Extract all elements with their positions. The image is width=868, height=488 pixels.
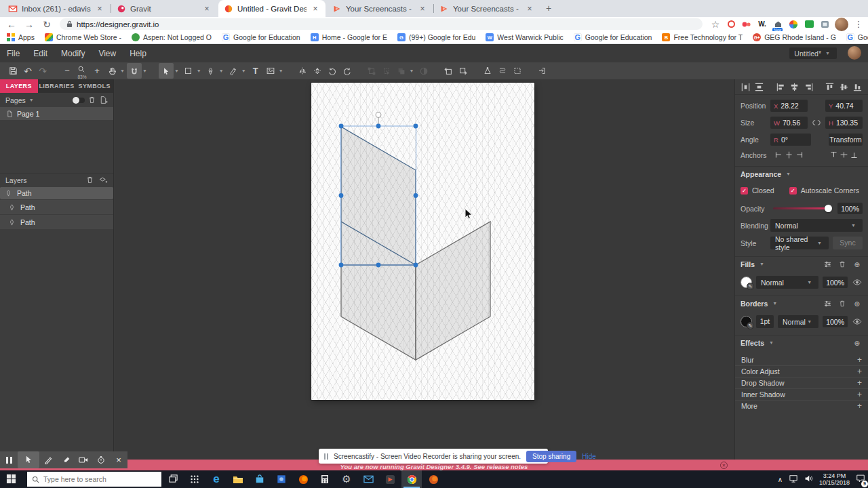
align-middle-vertical-icon[interactable] [838,82,849,92]
delete-border-icon[interactable] [837,300,848,308]
border-options-icon[interactable] [822,300,833,308]
document-page[interactable] [311,83,534,400]
bookmark-geg-rhode-island[interactable]: G+GEG Rhode Island - G [753,33,836,41]
chevron-down-icon[interactable]: ▼ [409,68,416,73]
volume-icon[interactable] [804,473,813,485]
selection-handle[interactable] [339,124,344,129]
start-button[interactable] [6,474,16,487]
zoom-out-button[interactable]: − [60,63,75,79]
bookmark-google-help[interactable]: GGoogle Help [846,33,868,41]
tab-screencastify-2[interactable]: Your Screencasts - Screencastify × [434,0,540,17]
taskbar-app-screencastify[interactable] [380,470,400,488]
anchor-top-icon[interactable] [829,150,838,159]
effect-color-adjust[interactable]: Color Adjust+ [735,365,868,377]
add-fill-icon[interactable]: ⊕ [852,260,863,268]
send-backward-button[interactable] [456,63,471,79]
anchor-bottom-icon[interactable] [850,150,859,159]
menu-modify[interactable]: Modify [61,49,85,58]
delete-page-icon[interactable] [87,96,96,104]
selection-handle[interactable] [339,193,344,198]
rotate-cw-button[interactable] [340,63,355,79]
tab-close-icon[interactable]: × [202,4,212,14]
stop-recording-icon[interactable]: × [110,451,127,468]
layer-row-path-1[interactable]: Path [0,186,113,199]
effect-blur[interactable]: Blur+ [735,354,868,365]
taskbar-app-edge[interactable]: e [206,470,226,488]
stop-sharing-button[interactable]: Stop sharing [526,451,576,462]
tab-libraries[interactable]: LIBRARIES [38,79,76,93]
rotation-handle[interactable] [376,113,381,118]
distribute-vertical-icon[interactable] [753,82,764,92]
taskbar-app-settings[interactable]: ⚙ [336,470,357,488]
chevron-down-icon[interactable]: ▼ [218,68,226,73]
chevron-down-icon[interactable]: ▼ [241,68,248,73]
chevron-down-icon[interactable]: ▼ [196,68,203,73]
extension-new-badge-icon[interactable]: New [772,19,783,30]
selection-handle[interactable] [376,263,381,268]
borders-header[interactable]: Borders ▼ ⊕ [735,296,868,310]
shape-selected-path[interactable] [341,127,416,265]
opacity-value[interactable]: 100% [837,203,863,214]
taskbar-app-chrome-active[interactable] [401,470,422,488]
bookmark-apps[interactable]: Apps [7,33,35,41]
chevron-down-icon[interactable]: ▼ [28,98,36,102]
bookmark-99-google[interactable]: G(99+) Google for Edu [397,33,475,41]
pause-recording-icon[interactable] [0,451,18,468]
position-x-field[interactable]: X28.22 [770,100,808,112]
border-opacity-value[interactable]: 100% [823,316,848,327]
flip-vertical-button[interactable] [310,63,325,79]
text-tool[interactable]: T [248,63,263,79]
tab-gravit-designer-active[interactable]: Untitled - Gravit Designer × [218,0,326,17]
profile-avatar[interactable] [835,18,848,31]
bookmark-star-icon[interactable]: ☆ [710,19,721,30]
menu-kebab-icon[interactable]: ⋮ [853,19,864,30]
tab-close-icon[interactable]: × [418,4,427,14]
fill-options-icon[interactable] [822,260,833,268]
network-icon[interactable] [789,473,798,485]
border-width-field[interactable]: 1pt [756,315,774,328]
banner-close-icon[interactable]: ✕ [720,462,728,469]
anchor-center-icon[interactable] [785,150,793,159]
tab-layers[interactable]: LAYERS [0,79,38,93]
size-width-field[interactable]: W70.56 [770,117,808,129]
extension-pinwheel-icon[interactable] [788,19,799,30]
selection-handle[interactable] [414,263,418,268]
rotate-ccw-button[interactable] [325,63,340,79]
edit-points-button[interactable] [364,63,379,79]
connect-flow-button[interactable] [495,63,510,79]
align-left-icon[interactable] [775,82,786,92]
shape-path-2[interactable] [341,265,416,360]
border-color-swatch[interactable]: ✎ [741,316,752,327]
menu-help[interactable]: Help [130,49,146,58]
border-visibility-eye-icon[interactable] [852,318,863,325]
highlighter-tool-icon[interactable] [57,451,75,468]
taskbar-app-store[interactable] [250,470,270,488]
anchor-right-icon[interactable] [795,150,804,159]
cursor-tool-icon[interactable] [18,451,39,468]
tab-close-icon[interactable]: × [311,4,320,14]
taskbar-app-firefox[interactable] [293,470,313,488]
image-tool[interactable] [263,63,278,79]
task-view-icon[interactable] [168,474,178,487]
selection-handle[interactable] [376,124,381,129]
delete-layer-icon[interactable] [85,176,94,184]
menu-file[interactable]: File [7,49,20,58]
style-select[interactable]: No shared style▼ [770,237,829,249]
rectangle-tool[interactable] [181,63,196,79]
bookmark-free-technology[interactable]: BFree Technology for T [662,33,743,41]
closed-checkbox[interactable]: ✓ [741,187,748,195]
add-icon[interactable]: + [857,367,862,376]
extension-grey-icon[interactable] [819,19,830,30]
chevron-down-icon[interactable]: ▼ [119,68,127,73]
action-center-icon[interactable]: 9 [856,473,865,485]
canvas-area[interactable] [115,79,734,470]
redo-button[interactable]: ↷ [35,63,50,79]
align-center-horizontal-icon[interactable] [789,82,800,92]
layer-row-path-3[interactable]: Path [0,214,113,229]
boolean-shapes-button[interactable] [394,63,409,79]
shape-path-3[interactable] [416,222,490,360]
tab-close-icon[interactable]: × [95,4,104,14]
selection-handle[interactable] [414,193,418,198]
taskbar-app-firefox-2[interactable] [423,470,443,488]
taskbar-app-mail[interactable] [358,470,378,488]
